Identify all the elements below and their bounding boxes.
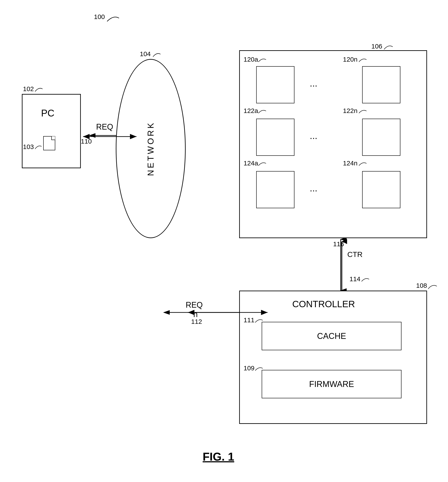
cache-box: CACHE <box>262 322 401 350</box>
document-icon <box>43 136 55 150</box>
network-ellipse: NETWORK <box>116 59 186 238</box>
firmware-box: FIRMWARE <box>262 370 401 398</box>
figure-title: FIG. 1 <box>153 450 284 463</box>
ref-120n: 120n <box>343 56 358 63</box>
storage-124n <box>362 171 400 208</box>
storage-array-box: ... ... ... <box>239 50 427 238</box>
cache-label: CACHE <box>317 331 346 341</box>
ref-114: 114 <box>350 275 360 283</box>
storage-122a <box>256 119 295 156</box>
ref-100: 100 <box>94 13 105 21</box>
pc-label: PC <box>41 108 54 119</box>
pc-box: PC <box>22 94 81 168</box>
storage-124a <box>256 171 295 208</box>
dots-row3: ... <box>310 183 317 193</box>
ref-106: 106 <box>371 43 382 50</box>
ref-109: 109 <box>244 364 255 372</box>
ref-120a: 120a <box>244 56 258 63</box>
ref-122n: 122n <box>343 107 358 114</box>
network-label: NETWORK <box>146 121 156 176</box>
storage-122n <box>362 119 400 156</box>
ref-104: 104 <box>140 50 151 58</box>
storage-120a <box>256 66 295 103</box>
dots-row1: ... <box>310 78 317 89</box>
dots-row2: ... <box>310 131 317 141</box>
ref-124a: 124a <box>244 160 258 167</box>
ctr-label: CTR <box>347 250 363 259</box>
ref-108: 108 <box>416 282 427 289</box>
ref-103: 103 <box>23 143 34 151</box>
firmware-label: FIRMWARE <box>309 379 354 389</box>
ref-122a: 122a <box>244 107 258 114</box>
ref-112: 112 <box>191 318 202 325</box>
storage-120n <box>362 66 400 103</box>
controller-title: CONTROLLER <box>292 299 355 309</box>
ref-124n: 124n <box>343 160 358 167</box>
ref-102: 102 <box>23 85 34 93</box>
